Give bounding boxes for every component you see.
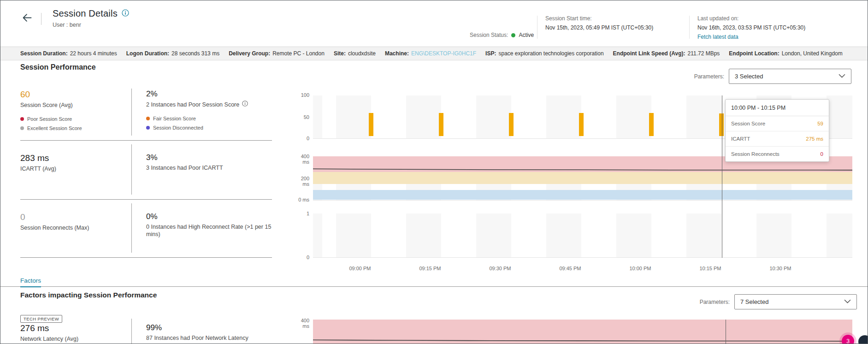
stat-cell: 60 Session Score (Avg) Poor Session Scor… <box>20 89 131 140</box>
score-bar[interactable] <box>439 113 443 136</box>
fair-score-dot-icon <box>146 117 150 120</box>
stat-divider <box>131 319 132 344</box>
info-endpoint-location: Endpoint Location: London, United Kingdo… <box>729 50 842 57</box>
status-active-dot-icon <box>511 33 515 37</box>
header-separator <box>537 16 537 39</box>
tooltip-value: 0 <box>821 151 823 157</box>
info-value: space exploration technologies corporati… <box>498 50 603 57</box>
tooltip-label: Session Score <box>731 121 765 126</box>
parameters-label: Parameters: <box>694 73 724 80</box>
performance-stats: 60 Session Score (Avg) Poor Session Scor… <box>20 85 272 258</box>
parameters-dropdown[interactable]: 3 Selected <box>729 69 851 84</box>
excellent-score-dot-icon <box>20 126 24 130</box>
parameters-control: Parameters: 3 Selected <box>694 69 851 84</box>
poor-score-instances-text: 2 Instances had Poor Session Score <box>146 101 239 108</box>
tooltip-row: Session Score 59 <box>726 116 829 131</box>
stat-cell: 3% 3 Instances had Poor ICARTT <box>131 153 272 199</box>
icartt-chart[interactable] <box>313 156 852 201</box>
icartt-label: ICARTT (Avg) <box>20 165 124 172</box>
stat-cell: 2% 2 Instances had Poor Session Score Fa… <box>131 89 272 140</box>
parameters-label: Parameters: <box>700 299 730 305</box>
info-session-duration: Session Duration: 22 hours 4 minutes <box>20 50 117 57</box>
info-machine: Machine: ENG\DESKTOP-IG0HC1F <box>385 50 476 57</box>
info-label: Delivery Group: <box>229 50 270 57</box>
session-info-bar: Session Duration: 22 hours 4 minutes Log… <box>0 47 868 60</box>
stat-row-icartt: 283 ms ICARTT (Avg) 3% 3 Instances had P… <box>20 141 272 200</box>
score-bar[interactable] <box>369 113 373 136</box>
poor-icartt-percent: 3% <box>146 153 272 162</box>
x-axis-labels: 09:00 PM09:15 PM09:30 PM09:45 PM10:00 PM… <box>313 266 852 273</box>
info-icon[interactable] <box>242 101 248 108</box>
poor-score-instances: 2 Instances had Poor Session Score <box>146 101 272 108</box>
machine-link[interactable]: ENG\DESKTOP-IG0HC1F <box>411 50 476 57</box>
session-status-label: Session Status: <box>470 32 508 38</box>
info-label: Endpoint Link Speed (Avg): <box>613 50 685 57</box>
legend-item: Poor Session Score <box>20 116 124 122</box>
reconnects-chart[interactable] <box>313 214 852 258</box>
high-reconnect-percent: 0% <box>146 212 272 221</box>
tooltip-label: Session Reconnects <box>731 151 779 157</box>
score-bar[interactable] <box>719 113 724 136</box>
high-reconnect-instances: 0 Instances had High Reconnect Rate (>1 … <box>146 223 272 238</box>
ytick: 0 ms <box>294 197 309 202</box>
ytick: 400 ms <box>294 318 309 329</box>
info-site: Site: cloudxdsite <box>334 50 376 57</box>
poor-score-percent: 2% <box>146 89 272 99</box>
score-bar[interactable] <box>649 113 654 136</box>
network-latency-line <box>313 320 852 344</box>
notification-badge[interactable]: 3 <box>842 335 854 344</box>
chart-hover-cursor <box>722 95 722 258</box>
info-icon[interactable] <box>122 9 129 18</box>
chevron-down-icon <box>844 298 851 305</box>
tooltip-value: 59 <box>817 121 823 126</box>
info-label: Logon Duration: <box>126 50 169 57</box>
tab-factors[interactable]: Factors <box>20 277 41 287</box>
start-time-label: Session Start time: <box>545 15 653 22</box>
score-bar[interactable] <box>579 113 584 136</box>
tooltip-row: ICARTT 275 ms <box>726 131 829 147</box>
x-axis-label: 10:15 PM <box>699 266 721 271</box>
session-start-block: Session Start time: Nov 15th, 2023, 05:4… <box>545 15 653 31</box>
performance-charts: 100 50 0 400 ms 200 ms 0 ms 1 0 09:00 PM… <box>294 90 865 276</box>
x-axis-label: 09:00 PM <box>349 266 371 271</box>
info-label: Site: <box>334 50 346 57</box>
info-value: 22 hours 4 minutes <box>70 50 117 57</box>
disconnected-dot-icon <box>146 126 150 130</box>
poor-icartt-instances: 3 Instances had Poor ICARTT <box>146 164 272 172</box>
network-latency-plot[interactable] <box>313 320 852 344</box>
stat-cell: 0% 0 Instances had High Reconnect Rate (… <box>131 212 272 257</box>
legend-label: Excellent Session Score <box>27 125 82 131</box>
ytick: 100 <box>294 92 309 98</box>
stat-row-reconnects: 0 Session Reconnects (Max) 0% 0 Instance… <box>20 200 272 258</box>
icartt-line <box>313 156 852 200</box>
section-title-session-performance: Session Performance <box>20 63 96 71</box>
stat-divider <box>131 89 132 136</box>
ytick: 200 ms <box>294 176 309 187</box>
score-bar[interactable] <box>509 113 514 136</box>
fetch-latest-data-link[interactable]: Fetch latest data <box>697 34 805 40</box>
tooltip-value: 275 ms <box>806 136 823 142</box>
info-value: 211.72 MBps <box>688 50 720 57</box>
info-logon-duration: Logon Duration: 28 seconds 313 ms <box>126 50 219 57</box>
header-divider <box>41 13 41 25</box>
ytick: 0 <box>294 255 309 260</box>
stat-cell: 99% 87 Instances had Poor Network Latenc… <box>131 323 248 343</box>
page-title: Session Details <box>53 8 118 19</box>
info-endpoint-link-speed: Endpoint Link Speed (Avg): 211.72 MBps <box>613 50 720 57</box>
info-label: Machine: <box>385 50 409 57</box>
back-button[interactable] <box>19 11 35 26</box>
legend-item: Fair Session Score <box>146 116 272 121</box>
info-value: cloudxdsite <box>348 50 376 57</box>
last-updated-block: Last updated on: Nov 16th, 2023, 03:53 P… <box>697 15 805 40</box>
last-updated-label: Last updated on: <box>697 15 805 22</box>
factors-parameters-dropdown[interactable]: 7 Selected <box>734 294 857 309</box>
start-time-value: Nov 15th, 2023, 05:49 PM IST (UTC+05:30) <box>545 24 653 31</box>
stat-cell: 276 ms Network Latency (Avg) <box>20 323 131 343</box>
tech-preview-badge: TECH PREVIEW <box>20 315 62 323</box>
x-axis-label: 10:00 PM <box>629 266 651 271</box>
reconnects-value: 0 <box>20 212 124 222</box>
network-latency-chart[interactable]: 400 ms <box>294 318 865 344</box>
x-axis-label: 09:45 PM <box>559 266 581 271</box>
session-score-value: 60 <box>20 89 124 100</box>
ytick: 0 <box>294 136 309 141</box>
